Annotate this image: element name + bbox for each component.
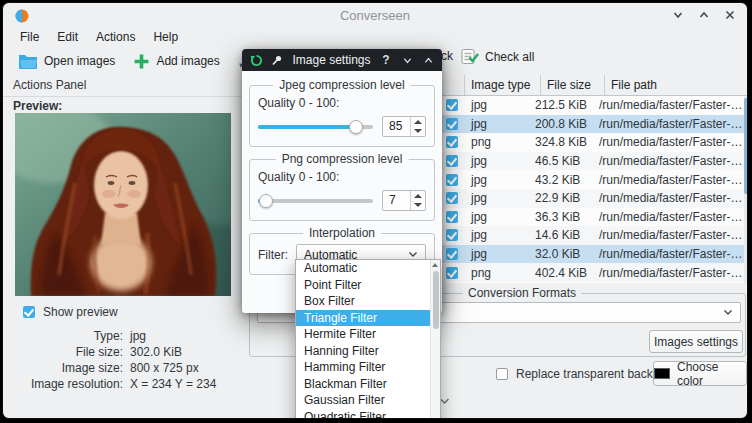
open-images-button[interactable]: Open images [9,50,124,73]
cell-file-size: 14.6 KiB [529,228,593,242]
help-icon[interactable]: ? [379,53,393,67]
jpeg-quality-slider[interactable] [258,118,373,136]
menu-help[interactable]: Help [144,28,187,47]
scroll-up-icon[interactable] [432,263,438,267]
file-row[interactable]: jpg46.5 KiB/run/media/faster/Faster-… [439,152,748,171]
check-button-partial[interactable]: ck [441,49,453,63]
open-images-label: Open images [44,54,115,68]
spin-down-icon[interactable] [411,127,425,137]
cell-image-type: jpg [465,154,529,168]
column-header-image-type[interactable]: Image type [465,75,541,95]
cell-file-path: /run/media/faster/Faster-… [593,191,748,205]
row-checkbox[interactable] [446,248,458,260]
row-checkbox[interactable] [446,174,458,186]
file-row[interactable]: jpg200.8 KiB/run/media/faster/Faster-… [439,115,748,134]
images-settings-label: Images settings [654,335,738,349]
close-icon[interactable] [723,8,737,22]
filter-option[interactable]: Quadratic Filter [296,409,430,420]
file-row[interactable]: jpg32.0 KiB/run/media/faster/Faster-… [439,245,748,264]
spin-down-icon[interactable] [411,201,425,211]
table-scrollbar[interactable] [744,96,748,283]
filter-option[interactable]: Box Filter [296,293,430,310]
image-preview [15,113,231,296]
cell-file-path: /run/media/faster/Faster-… [593,228,748,242]
menu-actions[interactable]: Actions [87,28,144,47]
refresh-icon[interactable] [249,53,263,67]
spin-up-icon[interactable] [411,117,425,127]
table-rows: jpg212.5 KiB/run/media/faster/Faster-…jp… [439,96,748,282]
minimize-icon[interactable] [671,8,685,22]
row-checkbox[interactable] [446,136,458,148]
show-preview-checkbox[interactable] [23,306,35,318]
images-settings-button[interactable]: Images settings [649,330,743,353]
png-quality-value: 7 [383,191,410,210]
info-label: File size: [9,344,123,360]
row-checkbox[interactable] [446,192,458,204]
row-checkbox[interactable] [446,99,458,111]
cell-file-size: 36.3 KiB [529,210,593,224]
filter-option[interactable]: Triangle Filter [296,310,430,327]
interpolation-group-title: Interpolation [303,226,381,240]
png-group-title: Png compression level [276,152,409,166]
shade-down-icon[interactable] [400,53,414,67]
pin-icon[interactable] [270,53,284,67]
row-checkbox[interactable] [446,267,458,279]
cell-file-size: 46.5 KiB [529,154,593,168]
filter-option[interactable]: Hanning Filter [296,343,430,360]
filter-option[interactable]: Point Filter [296,277,430,294]
actions-panel-title: Actions Panel [13,78,86,92]
menu-edit[interactable]: Edit [48,28,87,47]
maximize-icon[interactable] [697,8,711,22]
file-row[interactable]: jpg43.2 KiB/run/media/faster/Faster-… [439,170,748,189]
jpeg-slider-handle[interactable] [349,120,363,134]
replace-transparent-checkbox[interactable] [496,368,508,380]
png-quality-label: Quality 0 - 100: [258,170,426,184]
dialog-titlebar[interactable]: Image settings ? [242,49,442,71]
png-quality-slider[interactable] [258,192,373,210]
filter-option[interactable]: Hermite Filter [296,326,430,343]
check-all-button[interactable]: Check all [461,48,534,65]
menu-file[interactable]: File [11,28,48,47]
file-row[interactable]: jpg22.9 KiB/run/media/faster/Faster-… [439,189,748,208]
check-all-label: Check all [485,50,534,64]
cell-file-path: /run/media/faster/Faster-… [593,135,748,149]
cell-file-size: 402.4 KiB [529,266,593,280]
scrollbar-handle[interactable] [744,98,748,194]
png-slider-handle[interactable] [259,194,273,208]
png-quality-spinbox[interactable]: 7 [382,190,426,211]
file-row[interactable]: jpg212.5 KiB/run/media/faster/Faster-… [439,96,748,115]
row-checkbox[interactable] [446,155,458,167]
jpeg-quality-label: Quality 0 - 100: [258,96,426,110]
filter-option[interactable]: Automatic [296,260,430,277]
file-row[interactable]: png324.8 KiB/run/media/faster/Faster-… [439,133,748,152]
file-row[interactable]: jpg36.3 KiB/run/media/faster/Faster-… [439,208,748,227]
file-row[interactable]: jpg14.6 KiB/run/media/faster/Faster-… [439,226,748,245]
file-row[interactable]: png402.4 KiB/run/media/faster/Faster-… [439,263,748,282]
column-header-file-size[interactable]: File size [541,75,605,95]
shade-up-icon[interactable] [421,53,435,67]
cell-image-type: jpg [465,117,529,131]
filter-option[interactable]: Blackman Filter [296,376,430,393]
row-checkbox[interactable] [446,211,458,223]
app-icon [15,9,29,23]
add-images-button[interactable]: Add images [124,50,228,73]
popup-scrollbar-handle[interactable] [433,271,439,329]
row-checkbox[interactable] [446,118,458,130]
cell-image-type: jpg [465,191,529,205]
filter-dropdown-popup: AutomaticPoint FilterBox FilterTriangle … [295,259,441,419]
choose-color-button[interactable]: Choose color [653,361,747,386]
titlebar[interactable]: Converseen [3,3,747,28]
menubar: FileEditActionsHelp [11,28,187,47]
spin-up-icon[interactable] [411,191,425,201]
info-value: jpg [130,328,146,344]
filter-option[interactable]: Gaussian Filter [296,392,430,409]
image-info: Type:jpgFile size:302.0 KiBImage size:80… [9,328,249,392]
column-header-file-path[interactable]: File path [605,75,748,95]
cell-file-path: /run/media/faster/Faster-… [593,247,748,261]
cell-file-size: 43.2 KiB [529,173,593,187]
cell-file-path: /run/media/faster/Faster-… [593,117,748,131]
row-checkbox[interactable] [446,229,458,241]
popup-scrollbar[interactable] [430,260,440,419]
jpeg-quality-spinbox[interactable]: 85 [382,116,426,137]
filter-option[interactable]: Hamming Filter [296,359,430,376]
